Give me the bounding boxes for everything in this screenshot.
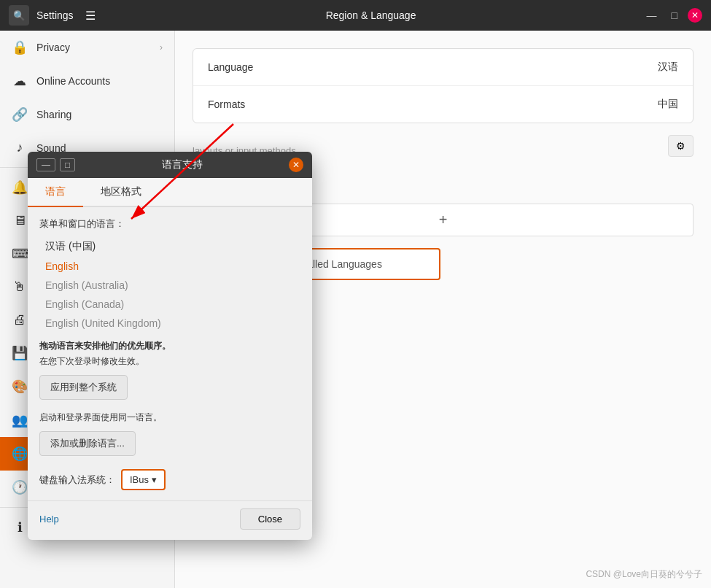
sidebar-item-privacy[interactable]: 🔒 Privacy › xyxy=(0,31,174,64)
lang-item-chinese[interactable]: 汉语 (中国) xyxy=(39,236,300,257)
language-formats-card: Language 汉语 Formats 中国 xyxy=(193,48,693,123)
dialog-tabs: 语言 地区格式 xyxy=(28,178,312,207)
keyboard-input-row: 键盘输入法系统： IBus ▾ xyxy=(39,469,300,490)
bell-icon: 🔔 xyxy=(12,179,28,196)
removable-icon: 💾 xyxy=(12,345,28,361)
lang-item-english[interactable]: English xyxy=(39,257,300,276)
sidebar-label-privacy: Privacy xyxy=(36,42,70,53)
music-icon: ♪ xyxy=(12,140,28,155)
kbd-label: 键盘输入法系统： xyxy=(39,473,115,487)
dialog-body: 菜单和窗口的语言： 汉语 (中国) English English (Austr… xyxy=(28,207,312,500)
lock-icon: 🔒 xyxy=(12,39,28,55)
dropdown-icon: ▾ xyxy=(152,474,157,485)
apply-system-button[interactable]: 应用到整个系统 xyxy=(39,375,128,400)
dialog-hint1: 拖动语言来安排他们的优先顺序。 xyxy=(39,340,300,352)
kbd-method-select[interactable]: IBus ▾ xyxy=(121,469,166,490)
display-icon: 🖥 xyxy=(12,213,28,228)
color-icon: 🎨 xyxy=(12,379,28,395)
dialog-maximize-button[interactable]: □ xyxy=(60,158,75,171)
tab-language[interactable]: 语言 xyxy=(28,178,83,207)
search-button[interactable]: 🔍 xyxy=(9,5,29,26)
sidebar-label-online-accounts: Online Accounts xyxy=(36,75,110,87)
kbd-value: IBus xyxy=(130,474,149,485)
app-title: Settings xyxy=(36,9,74,21)
dialog-footer: Help Close xyxy=(28,500,312,540)
dialog-close-button[interactable]: ✕ xyxy=(289,158,303,172)
info-icon: ℹ xyxy=(12,519,28,535)
sidebar-item-online-accounts[interactable]: ☁ Online Accounts xyxy=(0,64,174,98)
language-support-dialog[interactable]: — □ 语言支持 ✕ 语言 地区格式 菜单和窗口的语言： 汉语 (中国) Eng… xyxy=(28,152,312,540)
maximize-button[interactable]: □ xyxy=(667,8,682,23)
language-row: Language 汉语 xyxy=(193,49,693,86)
window-title: Region & Language xyxy=(326,9,416,21)
dialog-section-title: 菜单和窗口的语言： xyxy=(39,217,300,231)
mouse-icon: 🖱 xyxy=(12,279,28,295)
menu-button[interactable]: ☰ xyxy=(81,6,100,26)
titlebar-left: 🔍 Settings ☰ xyxy=(9,5,100,26)
chevron-icon: › xyxy=(160,42,163,53)
minimize-button[interactable]: — xyxy=(642,8,661,23)
lang-item-english-au[interactable]: English (Australia) xyxy=(39,276,300,295)
sidebar-label-sharing: Sharing xyxy=(36,109,71,120)
lang-item-english-uk[interactable]: English (United Kingdom) xyxy=(39,314,300,333)
dialog-footer-close-button[interactable]: Close xyxy=(240,508,300,530)
lang-item-english-ca[interactable]: English (Canada) xyxy=(39,295,300,314)
dialog-hint2: 在您下次登录时修改生效。 xyxy=(39,355,300,368)
dialog-window-controls: — □ xyxy=(36,158,75,171)
dialog-titlebar: — □ 语言支持 ✕ xyxy=(28,152,312,178)
formats-row: Formats 中国 xyxy=(193,86,693,123)
globe-icon: 🌐 xyxy=(12,446,28,462)
close-button[interactable]: ✕ xyxy=(688,8,702,23)
dialog-title: 语言支持 xyxy=(75,158,289,171)
cloud-icon: ☁ xyxy=(12,73,28,89)
input-tools: ⚙ xyxy=(668,135,693,157)
window-controls: — □ ✕ xyxy=(642,8,702,23)
formats-value: 中国 xyxy=(658,98,678,111)
sidebar-item-sharing[interactable]: 🔗 Sharing xyxy=(0,98,174,131)
help-link[interactable]: Help xyxy=(39,514,59,525)
formats-label: Formats xyxy=(208,98,245,110)
users-icon: 👥 xyxy=(12,412,28,428)
language-label: Language xyxy=(208,61,253,73)
startup-hint: 启动和登录界面使用同一语言。 xyxy=(39,411,300,424)
watermark: CSDN @Love向日葵的兮兮子 xyxy=(586,568,702,581)
keyboard-icon: ⌨ xyxy=(12,246,28,262)
settings-icon-btn[interactable]: ⚙ xyxy=(668,135,693,157)
language-list: 汉语 (中国) English English (Australia) Engl… xyxy=(39,236,300,333)
add-remove-languages-button[interactable]: 添加或删除语言... xyxy=(39,431,136,456)
share-icon: 🔗 xyxy=(12,107,28,123)
printer-icon: 🖨 xyxy=(12,312,28,328)
tab-regional[interactable]: 地区格式 xyxy=(83,178,159,206)
clock-icon: 🕐 xyxy=(12,479,28,495)
language-value: 汉语 xyxy=(658,61,678,74)
dialog-minimize-button[interactable]: — xyxy=(36,158,55,171)
titlebar: 🔍 Settings ☰ Region & Language — □ ✕ xyxy=(0,0,711,31)
